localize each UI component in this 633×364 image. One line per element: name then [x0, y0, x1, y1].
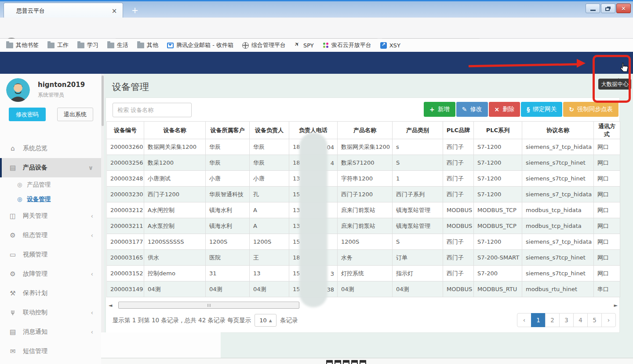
- table-cell: A水泵控制: [144, 218, 206, 234]
- table-row[interactable]: 20000314904测04测04测153804测04测MODBUSMODBUS…: [107, 281, 620, 297]
- table-row[interactable]: 200003212A水闸控制镇海水利A13庶来门前泵站镇海泵站管理MODBUSM…: [107, 202, 620, 218]
- table-cell: S: [393, 234, 443, 250]
- bookmark-item[interactable]: 萤石云开放平台: [323, 41, 371, 49]
- bookmark-item[interactable]: 其他书签: [6, 41, 39, 49]
- sidebar-item-网关管理[interactable]: ◫网关管理‹: [0, 206, 101, 226]
- column-header[interactable]: 设备负责人: [250, 122, 289, 139]
- pager: ‹12345›: [517, 313, 616, 327]
- table-cell: 西门子: [443, 234, 474, 250]
- restore-icon: [605, 7, 610, 11]
- bookmark-item[interactable]: XSY: [380, 42, 400, 49]
- sidebar-subitem-产品管理[interactable]: ◎产品管理: [0, 177, 101, 192]
- table-cell: 1200S: [206, 234, 250, 250]
- column-header[interactable]: 设备编号: [107, 122, 144, 139]
- column-header[interactable]: 设备所属客户: [206, 122, 250, 139]
- pager-page-1[interactable]: 1: [531, 313, 546, 327]
- table-row[interactable]: 200003256数采1200华辰华辰184数采S71200S西门子S7-120…: [107, 155, 620, 171]
- sidebar-item-clipped[interactable]: ▤: [0, 361, 101, 364]
- bookmark-label: 其他: [147, 41, 158, 49]
- window-close-button[interactable]: ✕: [616, 4, 631, 13]
- tab-title: 思普云平台: [16, 7, 110, 15]
- pager-page-4[interactable]: 4: [573, 313, 588, 327]
- pager-prev-button[interactable]: ‹: [517, 313, 531, 327]
- change-password-button[interactable]: 修改密码: [9, 108, 46, 121]
- device-search-input[interactable]: [113, 103, 192, 117]
- bookmark-item[interactable]: 腾讯企业邮箱 - 收件箱: [167, 41, 233, 49]
- window-minimize-button[interactable]: [586, 4, 600, 13]
- page-size-select[interactable]: 10 ▲: [255, 314, 276, 327]
- bookmark-item[interactable]: 学习: [77, 41, 98, 49]
- table-cell: 31: [206, 266, 250, 281]
- action-button-修改[interactable]: ✎修改: [456, 102, 488, 117]
- sidebar-item-故障管理[interactable]: ⚙故障管理‹: [0, 264, 101, 284]
- table-row[interactable]: 200003230西门子1200华辰智通科技孔15西门子1200西门子系列西门子…: [107, 187, 620, 202]
- bookmark-item[interactable]: 综合管理平台: [242, 41, 286, 49]
- column-header[interactable]: 产品名称: [338, 122, 393, 139]
- home-icon: ⌂: [8, 144, 17, 152]
- table-cell: 庶来门前泵站: [338, 218, 393, 234]
- folder-icon: [77, 43, 84, 48]
- sidebar-item-保养计划[interactable]: ⚒保养计划: [0, 284, 101, 303]
- scrollbar-thumb[interactable]: [102, 76, 104, 126]
- pager-page-2[interactable]: 2: [545, 313, 560, 327]
- sidebar-item-label: 网关管理: [23, 212, 47, 220]
- column-header[interactable]: 设备名称: [144, 122, 206, 139]
- pager-page-5[interactable]: 5: [587, 313, 602, 327]
- table-cell: MODBUS: [443, 202, 474, 218]
- sidebar-subitem-设备管理[interactable]: ◎设备管理: [0, 192, 101, 206]
- column-header[interactable]: PLC系列: [474, 122, 522, 139]
- table-cell: 04测: [206, 281, 250, 297]
- bookmark-item[interactable]: SPY: [295, 42, 314, 49]
- horizontal-scrollbar[interactable]: ◄ ►: [109, 302, 618, 309]
- chevron-left-icon: ‹: [91, 328, 93, 335]
- clipped-text-fragment: [326, 360, 366, 364]
- sidebar-item-系统总览[interactable]: ⌂系统总览: [0, 139, 101, 158]
- pager-next-button[interactable]: ›: [601, 313, 616, 327]
- table-cell: 庶来门前泵站: [338, 202, 393, 218]
- scroll-right-icon[interactable]: ►: [614, 303, 618, 308]
- sidebar-item-视频管理[interactable]: ▭视频管理: [0, 245, 101, 264]
- device-table: 设备编号设备名称设备所属客户设备负责人负责人电话产品名称产品类别PLC品牌PLC…: [106, 121, 620, 297]
- action-button-删除[interactable]: ×删除: [489, 102, 520, 117]
- bookmark-item[interactable]: 其他: [137, 41, 158, 49]
- column-header[interactable]: PLC品牌: [443, 122, 474, 139]
- sidebar-item-短信管理[interactable]: ✉短信管理: [0, 342, 101, 361]
- bookmark-item[interactable]: 生活: [107, 41, 128, 49]
- table-row[interactable]: 200003248小唐测试小唐小唐13字符串12001西门子S7-1200sie…: [107, 171, 620, 187]
- window-restore-button[interactable]: [601, 4, 615, 13]
- bookmark-item[interactable]: 工作: [47, 41, 69, 49]
- pager-page-3[interactable]: 3: [559, 313, 574, 327]
- table-row[interactable]: 200003165供水医院王18水务订单西门子S7-200-SMARTsieme…: [107, 250, 620, 266]
- table-row[interactable]: 2000031771200SSSSSS1200S1200S151200SS西门子…: [107, 234, 620, 250]
- lower-white-block: [101, 332, 221, 358]
- logout-button[interactable]: 退出系统: [57, 108, 93, 121]
- action-button-绑定网关[interactable]: §绑定网关: [521, 102, 562, 117]
- avatar[interactable]: [6, 78, 30, 102]
- new-tab-button[interactable]: +: [128, 5, 142, 16]
- table-cell: 西门子1200: [144, 187, 206, 202]
- action-button-强制同步点表[interactable]: ↻强制同步点表: [563, 102, 618, 117]
- column-header[interactable]: 协议名称: [522, 122, 594, 139]
- phone-fragment-right: 38: [327, 286, 334, 292]
- browser-tab[interactable]: 思普云平台 ×: [4, 3, 123, 19]
- tab-close-icon[interactable]: ×: [110, 7, 118, 15]
- table-cell: 西门子: [443, 139, 474, 155]
- wrench-icon: ⚒: [8, 289, 17, 297]
- sidebar-item-联动控制[interactable]: ⋔联动控制‹: [0, 303, 101, 322]
- sidebar-item-组态管理[interactable]: ⚙组态管理‹: [0, 226, 101, 245]
- scroll-left-icon[interactable]: ◄: [109, 303, 112, 308]
- sidebar-item-消息通知[interactable]: ▤消息通知‹: [0, 322, 101, 342]
- hscroll-thumb[interactable]: [118, 302, 299, 309]
- bookmark-label: 工作: [57, 41, 69, 49]
- gears-icon: ⚙: [8, 270, 17, 278]
- folder-icon: [6, 43, 13, 48]
- table-row[interactable]: 200003152控制demo3113153灯控系统指示灯西门子S7-200si…: [107, 266, 620, 281]
- table-row[interactable]: 200003211A水泵控制镇海水利A13庶来门前泵站镇海泵站管理MODBUSM…: [107, 218, 620, 234]
- action-button-新增[interactable]: +新增: [424, 102, 455, 117]
- table-row[interactable]: 200003260数据网关采集1200华辰华辰1804数据网关采集1200s西门…: [107, 139, 620, 155]
- column-header[interactable]: 通讯方式: [594, 122, 620, 139]
- sidebar-subitem-label: 设备管理: [27, 195, 51, 203]
- sidebar-item-产品设备[interactable]: ▤产品设备∨: [0, 158, 101, 177]
- column-header[interactable]: 产品类别: [393, 122, 443, 139]
- sidebar-scrollbar[interactable]: [101, 74, 104, 364]
